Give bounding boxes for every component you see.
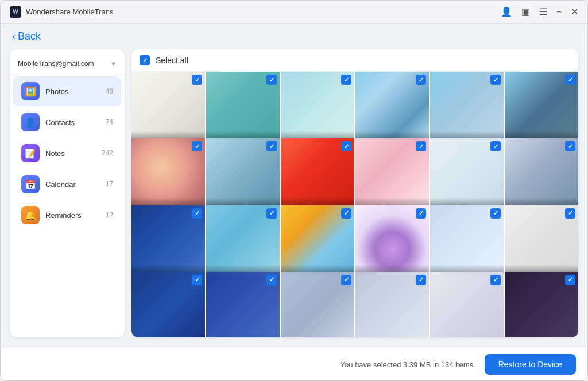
minimize-icon[interactable]: − <box>556 7 562 17</box>
notes-icon: 📝 <box>21 144 40 162</box>
photo-cell[interactable]: Sea wave.jpg <box>131 205 205 279</box>
back-label: Back <box>18 30 41 42</box>
sidebar: MobileTrans@gmail.com ▼ 🖼️ Photos 48 👤 C… <box>10 49 125 337</box>
photos-label: Photos <box>45 87 100 96</box>
photo-checkbox[interactable] <box>192 75 202 85</box>
photo-checkbox[interactable] <box>266 141 277 151</box>
photos-icon: 🖼️ <box>21 82 40 100</box>
reminders-count: 12 <box>106 211 113 219</box>
photo-cell[interactable] <box>131 272 205 337</box>
select-all-bar: Select all <box>131 49 578 72</box>
photo-cell[interactable]: large building.jpg <box>505 72 578 145</box>
photo-checkbox[interactable] <box>416 75 426 85</box>
photo-checkbox[interactable] <box>266 75 277 85</box>
account-selector[interactable]: MobileTrans@gmail.com ▼ <box>10 55 125 75</box>
photo-cell[interactable]: Fluid gradient.jpg <box>281 72 354 145</box>
menu-icon[interactable]: ☰ <box>539 6 547 17</box>
dropdown-arrow-icon: ▼ <box>110 60 117 67</box>
titlebar-left: W Wondershare MobileTrans <box>10 6 113 18</box>
photo-checkbox[interactable] <box>490 75 501 85</box>
photo-cell[interactable] <box>355 272 429 337</box>
app-icon: W <box>10 6 21 18</box>
photo-cell[interactable] <box>206 272 280 337</box>
photos-count: 48 <box>106 87 113 95</box>
photo-cell[interactable]: Evening sky.jpg <box>355 72 429 145</box>
titlebar-controls: 👤 ▣ ☰ − ✕ <box>501 6 578 17</box>
app-title: Wondershare MobileTrans <box>26 7 113 16</box>
photo-cell[interactable] <box>281 272 354 337</box>
photo-grid: Circular arcade.jpgStaircase room.jpgFlu… <box>131 72 578 337</box>
reminders-label: Reminders <box>45 211 100 220</box>
photo-cell[interactable]: White building.jpg <box>505 205 578 279</box>
photo-cell[interactable]: Pink gradient.jpg <box>355 138 429 212</box>
contacts-icon: 👤 <box>21 113 40 131</box>
calendar-count: 17 <box>106 180 113 188</box>
photo-checkbox[interactable] <box>341 208 351 219</box>
photo-checkbox[interactable] <box>192 275 202 285</box>
notes-count: 242 <box>102 149 113 157</box>
photo-checkbox[interactable] <box>341 275 351 285</box>
select-all-label: Select all <box>156 56 188 65</box>
photo-cell[interactable]: Gradual weakness.jpg <box>430 205 504 279</box>
contacts-count: 74 <box>106 118 113 126</box>
restore-button[interactable]: Restore to Device <box>485 354 576 375</box>
reminders-icon: 🔔 <box>21 206 40 224</box>
sidebar-item-calendar[interactable]: 📅 Calendar 17 <box>13 169 121 199</box>
photo-cell[interactable]: Residence.jpg <box>206 138 280 212</box>
main-container: ‹ Back MobileTrans@gmail.com ▼ 🖼️ Photos… <box>1 24 587 381</box>
close-icon[interactable]: ✕ <box>571 6 578 17</box>
photo-checkbox[interactable] <box>490 141 501 151</box>
photo-cell[interactable]: Skyscraper.jpg <box>505 138 578 212</box>
bottom-bar: You have selected 3.39 MB in 134 items. … <box>1 347 587 381</box>
select-all-checkbox[interactable] <box>140 55 150 65</box>
photo-panel: Select all Circular arcade.jpgStaircase … <box>131 49 578 337</box>
content-area: MobileTrans@gmail.com ▼ 🖼️ Photos 48 👤 C… <box>1 49 587 347</box>
calendar-label: Calendar <box>45 180 100 189</box>
photo-checkbox[interactable] <box>266 275 277 285</box>
window-icon[interactable]: ▣ <box>521 6 530 17</box>
photo-checkbox[interactable] <box>266 208 277 219</box>
photo-checkbox[interactable] <box>192 208 202 219</box>
photo-checkbox[interactable] <box>565 75 575 85</box>
account-name: MobileTrans@gmail.com <box>18 60 94 68</box>
photo-checkbox[interactable] <box>565 141 575 151</box>
notes-label: Notes <box>45 149 96 158</box>
sidebar-item-photos[interactable]: 🖼️ Photos 48 <box>13 76 121 106</box>
photo-cell[interactable]: summer.jpg <box>430 72 504 145</box>
photo-checkbox[interactable] <box>565 275 575 285</box>
titlebar: W Wondershare MobileTrans 👤 ▣ ☰ − ✕ <box>1 1 587 24</box>
photo-checkbox[interactable] <box>565 208 575 219</box>
photo-checkbox[interactable] <box>416 275 426 285</box>
photo-checkbox[interactable] <box>490 275 501 285</box>
photo-cell[interactable]: IMG_20200224.jpg <box>131 138 205 212</box>
photo-checkbox[interactable] <box>416 208 426 219</box>
photo-cell[interactable]: Staircase room.jpg <box>206 72 280 145</box>
photo-checkbox[interactable] <box>490 208 501 219</box>
photo-checkbox[interactable] <box>341 141 351 151</box>
photo-cell[interactable] <box>430 272 504 337</box>
back-bar[interactable]: ‹ Back <box>1 24 587 49</box>
photo-checkbox[interactable] <box>416 141 426 151</box>
photo-cell[interactable]: Orange gradient.jpg <box>281 205 354 279</box>
photo-checkbox[interactable] <box>341 75 351 85</box>
photo-cell[interactable]: Glass gradient.jpg <box>206 205 280 279</box>
back-chevron: ‹ <box>12 30 16 42</box>
user-icon[interactable]: 👤 <box>501 6 512 17</box>
photo-checkbox[interactable] <box>192 141 202 151</box>
contacts-label: Contacts <box>45 118 100 127</box>
sidebar-item-notes[interactable]: 📝 Notes 242 <box>13 138 121 168</box>
calendar-icon: 📅 <box>21 175 40 193</box>
photo-cell[interactable] <box>505 272 578 337</box>
photo-cell[interactable]: Water drop wave.jpg <box>355 205 429 279</box>
sidebar-item-reminders[interactable]: 🔔 Reminders 12 <box>13 200 121 230</box>
photo-cell[interactable]: Circular arcade.jpg <box>131 72 205 145</box>
photo-cell[interactable]: White gradient.jpg <box>430 138 504 212</box>
sidebar-item-contacts[interactable]: 👤 Contacts 74 <box>13 107 121 137</box>
status-text: You have selected 3.39 MB in 134 items. <box>341 360 475 369</box>
photo-cell[interactable]: Red Bridge.jpg <box>281 138 354 212</box>
